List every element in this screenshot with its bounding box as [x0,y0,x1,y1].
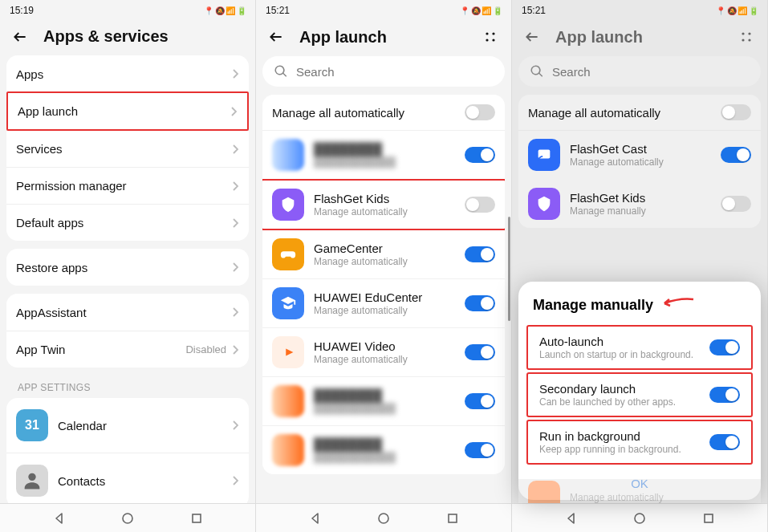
nav-back-icon[interactable] [50,509,69,528]
search-input[interactable] [518,56,761,87]
row-default-apps[interactable]: Default apps [6,204,249,241]
toggle-auto-launch[interactable] [709,339,740,355]
back-icon[interactable] [11,28,29,46]
nav-home-icon[interactable] [374,509,393,528]
svg-point-7 [379,514,388,523]
header: App launch [256,19,511,56]
search-input[interactable] [262,56,505,87]
app-row-flashget-kids[interactable]: FlashGet Kids Manage automatically [262,181,505,229]
svg-point-5 [486,39,488,41]
status-icons: 📍 🔕 📶 🔋 [716,6,758,15]
toggle-run-background[interactable] [709,434,740,450]
search-icon [274,64,288,79]
contacts-icon [16,465,48,497]
huawei-video-icon [272,336,304,368]
toggle-manage-all[interactable] [721,104,751,120]
scrollbar[interactable] [508,217,510,321]
row-manage-all[interactable]: Manage all automatically [262,95,505,130]
more-icon[interactable] [737,27,756,47]
chevron-icon [231,307,239,317]
app-row-video[interactable]: HUAWEI Video Manage automatically [262,327,505,376]
dialog-row-run-background[interactable]: Run in background Keep app running in ba… [526,420,753,465]
back-icon[interactable] [523,28,541,46]
toggle[interactable] [465,147,495,163]
toggle-flashget-kids[interactable] [721,196,751,212]
row-manage-all[interactable]: Manage all automatically [518,95,761,130]
row-services[interactable]: Services [6,130,249,167]
status-time: 15:19 [10,5,34,16]
nav-home-icon[interactable] [118,509,137,528]
row-permission-manager[interactable]: Permission manager [6,167,249,204]
nav-recents-icon[interactable] [187,509,206,528]
row-app-assistant[interactable]: AppAssistant [6,294,249,331]
location-icon: 📍 [460,6,469,15]
status-time: 15:21 [522,5,546,16]
toggle-flashget-cast[interactable] [721,147,751,163]
row-app-launch[interactable]: App launch [6,91,249,131]
arrow-annotation-icon [660,296,695,315]
search-field[interactable] [552,65,750,79]
status-bar: 15:21 📍 🔕 📶 🔋 [512,0,767,19]
header: Apps & services [0,19,255,55]
svg-point-9 [742,32,744,35]
flashget-cast-icon [528,139,560,171]
search-field[interactable] [296,65,494,79]
chevron-icon [231,218,239,228]
app-row-blurred[interactable]: ████████████████████ [262,131,505,179]
section-label: APP SETTINGS [6,376,249,398]
app-row-flashget-cast[interactable]: FlashGet Cast Manage automatically [518,131,761,179]
page-title: App launch [299,28,466,47]
battery-icon: 🔋 [749,6,758,15]
flashget-kids-icon [272,189,304,221]
header: App launch [512,19,767,56]
row-calendar[interactable]: 31 Calendar [6,398,249,453]
chevron-icon [231,476,239,485]
back-icon[interactable] [267,28,285,46]
search-icon [530,64,544,79]
row-restore-apps[interactable]: Restore apps [6,249,249,286]
nav-recents-icon[interactable] [699,509,718,528]
app-row-blurred[interactable]: ████████████████████ [262,376,505,425]
toggle-gamecenter[interactable] [465,246,495,262]
mute-icon: 🔕 [727,6,737,15]
chevron-icon [231,69,239,79]
nav-back-icon[interactable] [306,509,325,528]
row-app-twin[interactable]: App Twin Disabled [6,331,249,368]
mute-icon: 🔕 [471,6,481,15]
content: Manage all automatically ███████████████… [256,56,511,503]
svg-rect-2 [193,514,201,522]
calendar-icon: 31 [16,409,48,441]
wifi-icon: 📶 [226,6,235,15]
toggle-manage-all[interactable] [465,104,495,120]
svg-point-0 [28,473,35,481]
svg-point-6 [492,39,494,41]
row-contacts[interactable]: Contacts [6,453,249,503]
svg-point-12 [748,39,750,41]
dialog-row-auto-launch[interactable]: Auto-launch Launch on startup or in back… [526,325,753,370]
row-apps[interactable]: Apps [6,55,249,92]
gamecenter-icon [272,238,304,270]
toggle-educenter[interactable] [465,295,495,311]
app-icon [272,139,304,171]
nav-recents-icon[interactable] [443,509,462,528]
toggle-secondary-launch[interactable] [709,387,740,403]
content: Apps App launch Services Permission mana… [0,55,255,503]
app-row-flashget-kids[interactable]: FlashGet Kids Manage manually [518,179,761,228]
app-icon [528,481,560,503]
nav-home-icon[interactable] [630,509,649,528]
more-icon[interactable] [481,27,500,47]
app-icon [272,434,304,466]
toggle-video[interactable] [465,344,495,360]
app-icon [272,385,304,417]
toggle[interactable] [465,442,495,458]
nav-back-icon[interactable] [562,509,581,528]
screen-apps-services: 15:19 📍 🔕 📶 🔋 Apps & services Apps App l… [0,0,256,532]
toggle-flashget-kids[interactable] [465,197,495,213]
app-row-blurred[interactable]: ████████████████████ [262,425,505,474]
toggle[interactable] [465,393,495,409]
status-icons: 📍 🔕 📶 🔋 [204,6,246,15]
chevron-icon [231,345,239,355]
dialog-row-secondary-launch[interactable]: Secondary launch Can be launched by othe… [526,372,753,417]
app-row-educenter[interactable]: HUAWEI EduCenter Manage automatically [262,278,505,327]
app-row-gamecenter[interactable]: GameCenter Manage automatically [262,230,505,278]
